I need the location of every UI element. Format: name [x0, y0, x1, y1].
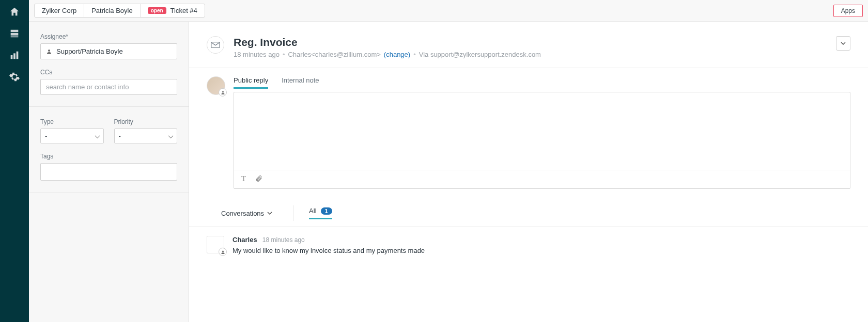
divider-2 — [29, 192, 189, 192]
filter-all[interactable]: All 1 — [309, 207, 332, 219]
tags-field[interactable] — [40, 163, 177, 181]
breadcrumb-tabs: Zylker Corp Patricia Boyle open Ticket #… — [34, 4, 205, 18]
ccs-label: CCs — [40, 69, 177, 76]
filter-all-label: All — [309, 207, 316, 215]
vertical-nav — [0, 0, 29, 322]
meta-dot-2: • — [413, 51, 416, 58]
ticket-main: Reg. Invoice 18 minutes ago • Charles<ch… — [189, 22, 868, 322]
tab-org[interactable]: Zylker Corp — [35, 4, 84, 17]
ticket-meta: 18 minutes ago • Charles<charles@zillium… — [234, 51, 827, 58]
reply-area: Public reply Internal note T — [189, 68, 868, 203]
filter-separator — [293, 205, 293, 221]
message-time: 18 minutes ago — [262, 236, 305, 244]
priority-select[interactable]: - — [114, 128, 178, 143]
type-value: - — [45, 132, 47, 140]
svg-point-6 — [222, 250, 224, 252]
change-requester-link[interactable]: (change) — [384, 51, 410, 58]
assignee-label: Assignee* — [40, 33, 177, 40]
conversations-label: Conversations — [221, 210, 264, 217]
tab-internal-note[interactable]: Internal note — [282, 76, 319, 89]
agent-avatar — [207, 76, 225, 95]
requester-badge-icon — [219, 248, 227, 256]
inbox-icon[interactable] — [9, 28, 20, 39]
svg-rect-0 — [11, 55, 13, 59]
editor-toolbar: T — [234, 170, 850, 188]
format-text-icon[interactable]: T — [241, 174, 246, 184]
attach-icon[interactable] — [255, 174, 262, 184]
top-bar: Zylker Corp Patricia Boyle open Ticket #… — [29, 0, 868, 22]
tags-label: Tags — [40, 153, 177, 160]
settings-icon[interactable] — [9, 71, 20, 83]
requester-avatar — [207, 236, 224, 253]
reply-tabs: Public reply Internal note — [234, 76, 850, 89]
svg-rect-2 — [17, 52, 19, 59]
tab-org-label: Zylker Corp — [42, 7, 76, 14]
priority-value: - — [119, 132, 121, 140]
message-author: Charles — [233, 236, 257, 244]
tab-public-reply[interactable]: Public reply — [234, 76, 268, 89]
type-select[interactable]: - — [40, 128, 104, 143]
assignee-field[interactable]: Support/Patricia Boyle — [40, 43, 177, 59]
assignee-value: Support/Patricia Boyle — [56, 47, 123, 55]
apps-button[interactable]: Apps — [833, 5, 863, 17]
ticket-header: Reg. Invoice 18 minutes ago • Charles<ch… — [189, 22, 868, 68]
chevron-down-icon — [267, 212, 272, 215]
meta-dot: • — [283, 51, 285, 58]
svg-point-5 — [222, 91, 224, 92]
tab-ticket[interactable]: open Ticket #4 — [141, 4, 205, 17]
filter-all-count: 1 — [321, 207, 332, 215]
divider — [29, 106, 189, 107]
ticket-time: 18 minutes ago — [234, 51, 280, 58]
svg-rect-1 — [13, 53, 16, 59]
tab-person[interactable]: Patricia Boyle — [84, 4, 140, 17]
reports-icon[interactable] — [9, 50, 20, 61]
ticket-requester: Charles<charles@zillium.com> — [288, 51, 380, 58]
conversation-message: Charles 18 minutes ago My would like to … — [189, 226, 868, 264]
priority-label: Priority — [114, 118, 178, 125]
ticket-properties-sidebar: Assignee* Support/Patricia Boyle CCs Typ… — [29, 22, 189, 322]
message-body: My would like to know my invoice status … — [233, 247, 425, 254]
home-icon[interactable] — [9, 6, 20, 18]
ticket-via: Via support@zylkersupport.zendesk.com — [419, 51, 541, 58]
ticket-title: Reg. Invoice — [234, 36, 827, 49]
ccs-input[interactable] — [46, 83, 172, 91]
ticket-status-badge: open — [148, 7, 166, 14]
mail-icon — [207, 36, 224, 54]
person-icon — [46, 49, 52, 55]
tab-ticket-label: Ticket #4 — [171, 7, 197, 14]
reply-editor: T — [234, 92, 850, 189]
type-label: Type — [40, 118, 104, 125]
agent-badge-icon — [219, 88, 227, 96]
svg-point-3 — [48, 50, 50, 52]
tab-person-label: Patricia Boyle — [91, 7, 132, 14]
ticket-actions-dropdown[interactable] — [836, 36, 850, 51]
ccs-field[interactable] — [40, 79, 177, 95]
conversations-dropdown[interactable]: Conversations — [221, 206, 277, 220]
conversation-filter-bar: Conversations All 1 — [189, 203, 868, 226]
reply-textarea[interactable] — [234, 92, 850, 170]
